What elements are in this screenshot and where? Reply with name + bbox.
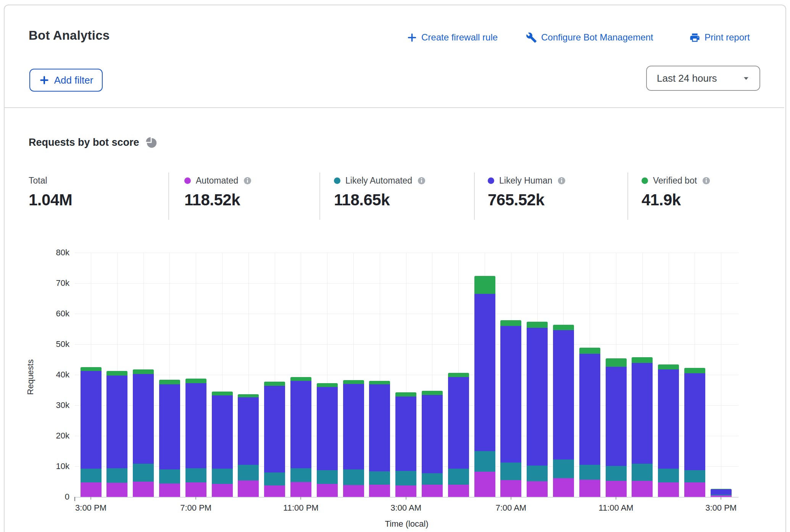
y-axis-tick-label: 60k (37, 309, 69, 319)
y-axis-tick-label: 10k (37, 461, 69, 471)
bar-segment-likely-automated (395, 471, 416, 485)
bar-segment-automated (369, 485, 390, 497)
chart-bar[interactable] (658, 364, 679, 497)
y-axis-tick-label: 0 (37, 492, 69, 502)
requests-by-bot-score-chart: 010k20k30k40k50k60k70k80k3:00 PM7:00 PM1… (0, 0, 790, 532)
bar-segment-verified-bot (474, 276, 495, 294)
x-axis-tick-label: 3:00 PM (60, 503, 121, 513)
bar-segment-likely-automated (106, 468, 127, 483)
bar-segment-automated (264, 485, 285, 497)
bar-segment-likely-human (606, 367, 627, 466)
bar-segment-likely-automated (369, 471, 390, 485)
bar-segment-verified-bot (212, 392, 233, 395)
gridline-horizontal (75, 253, 738, 253)
chart-bar[interactable] (606, 358, 627, 497)
chart-bar[interactable] (264, 382, 285, 497)
bar-segment-automated (500, 480, 521, 497)
y-axis-tick-label: 80k (37, 248, 69, 258)
bar-segment-likely-human (159, 384, 180, 469)
chart-bar[interactable] (212, 392, 233, 497)
chart-bar[interactable] (238, 394, 259, 497)
bar-segment-automated (395, 485, 416, 497)
chart-bar[interactable] (448, 373, 469, 497)
chart-bar[interactable] (185, 379, 206, 497)
chart-bar[interactable] (474, 276, 495, 497)
gridline-horizontal (75, 344, 738, 345)
bar-segment-automated (133, 482, 154, 497)
bar-segment-likely-automated (317, 470, 338, 484)
bar-segment-automated (290, 482, 311, 497)
chart-bar[interactable] (159, 380, 180, 497)
bar-segment-verified-bot (369, 381, 390, 384)
x-axis-tick (721, 497, 721, 500)
bar-segment-automated (632, 481, 653, 497)
bar-segment-likely-automated (422, 473, 443, 485)
chart-bar[interactable] (317, 383, 338, 497)
bar-segment-likely-human (527, 328, 548, 466)
bar-segment-verified-bot (553, 325, 574, 330)
chart-bar[interactable] (422, 391, 443, 497)
chart-bar[interactable] (527, 322, 548, 497)
bar-segment-verified-bot (395, 392, 416, 396)
chart-bar[interactable] (395, 392, 416, 497)
chart-bar[interactable] (684, 368, 705, 497)
bar-segment-verified-bot (106, 371, 127, 376)
bar-segment-likely-human (343, 384, 364, 469)
gridline-horizontal (75, 314, 738, 314)
chart-bar[interactable] (369, 381, 390, 497)
bar-segment-automated (606, 481, 627, 497)
bar-segment-verified-bot (658, 364, 679, 370)
bar-segment-automated (106, 483, 127, 497)
bar-segment-likely-human (317, 387, 338, 470)
chart-bar[interactable] (711, 489, 732, 497)
bar-segment-likely-automated (684, 470, 705, 482)
bar-segment-verified-bot (317, 383, 338, 387)
bar-segment-verified-bot (185, 379, 206, 384)
x-axis-tick (300, 497, 301, 500)
bar-segment-verified-bot (238, 394, 259, 397)
chart-bar[interactable] (343, 380, 364, 497)
bar-segment-likely-automated (474, 451, 495, 472)
chart-bar[interactable] (553, 325, 574, 497)
bar-segment-likely-human (579, 354, 600, 465)
x-axis-tick-label: 11:00 PM (270, 503, 331, 513)
bar-segment-automated (527, 481, 548, 497)
x-axis-tick-label: 3:00 PM (690, 503, 751, 513)
bar-segment-likely-automated (290, 468, 311, 482)
bar-segment-verified-bot (684, 368, 705, 373)
bar-segment-likely-automated (343, 469, 364, 485)
bar-segment-automated (474, 472, 495, 497)
bar-segment-likely-automated (606, 466, 627, 480)
bar-segment-verified-bot (579, 348, 600, 354)
bar-segment-likely-human (553, 330, 574, 459)
bar-segment-automated (238, 480, 259, 497)
bar-segment-likely-automated (264, 472, 285, 485)
chart-bar[interactable] (133, 369, 154, 497)
bar-segment-likely-automated (185, 468, 206, 483)
bar-segment-automated (159, 484, 180, 497)
bar-segment-likely-human (422, 395, 443, 474)
bar-segment-likely-automated (159, 469, 180, 484)
y-axis-tick-label: 50k (37, 339, 69, 349)
chart-bar[interactable] (290, 377, 311, 497)
bar-segment-likely-automated (212, 469, 233, 484)
y-axis-tick-label: 30k (37, 400, 69, 410)
chart-bar[interactable] (632, 357, 653, 497)
bar-segment-likely-human (81, 371, 102, 469)
bar-segment-likely-automated (500, 463, 521, 480)
bar-segment-likely-human (212, 395, 233, 469)
bar-segment-automated (317, 484, 338, 497)
bar-segment-verified-bot (264, 382, 285, 385)
bar-segment-automated (185, 482, 206, 497)
chart-bar[interactable] (500, 320, 521, 497)
bar-segment-likely-automated (81, 469, 102, 482)
y-axis-tick-label: 40k (37, 370, 69, 380)
y-axis-title: Requests (26, 360, 35, 395)
bar-segment-automated (81, 482, 102, 497)
gridline-horizontal (75, 283, 738, 284)
chart-bar[interactable] (106, 371, 127, 497)
y-axis-tick-label: 20k (37, 431, 69, 441)
chart-bar[interactable] (81, 367, 102, 497)
chart-bar[interactable] (579, 348, 600, 497)
bar-segment-likely-human (632, 363, 653, 464)
